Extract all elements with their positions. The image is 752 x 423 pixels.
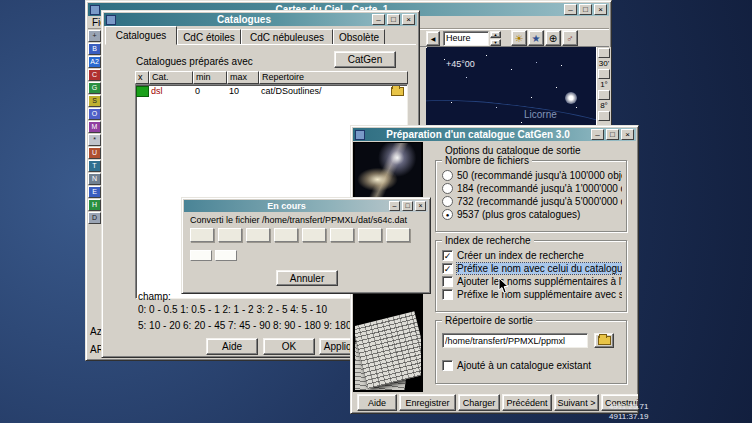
tab-cdc-nebuleuses[interactable]: CdC nébuleuses bbox=[241, 29, 333, 45]
spinner-up-icon[interactable]: ▲ bbox=[490, 31, 501, 38]
minimize-button[interactable]: – bbox=[372, 14, 385, 25]
active-indicator[interactable] bbox=[136, 86, 149, 97]
tab-catalogues[interactable]: Catalogues bbox=[105, 26, 177, 45]
sun-icon[interactable]: ☀ bbox=[511, 30, 527, 46]
fov-button-2[interactable] bbox=[598, 69, 610, 79]
minimize-button[interactable]: – bbox=[389, 201, 400, 211]
close-button[interactable]: × bbox=[621, 129, 634, 140]
browse-folder-button[interactable] bbox=[594, 333, 614, 348]
paper-sheet bbox=[355, 311, 421, 389]
catgen-button[interactable]: CatGen bbox=[334, 51, 396, 68]
time-combobox[interactable]: Heure bbox=[443, 31, 489, 46]
checkbox-icon bbox=[442, 360, 453, 371]
declination-label: +45°00 bbox=[446, 59, 475, 69]
left-toolbar-icon-5[interactable]: S bbox=[88, 95, 101, 107]
next-button[interactable]: Suivant > bbox=[554, 394, 599, 411]
col-header-cat[interactable]: Cat. bbox=[149, 71, 193, 84]
field-icon[interactable]: ⊕ bbox=[545, 30, 561, 46]
fov-button-4[interactable] bbox=[598, 111, 610, 121]
col-header-max[interactable]: max bbox=[227, 71, 259, 84]
progress-titlebar[interactable]: En cours – □ × bbox=[184, 200, 428, 212]
folder-icon bbox=[598, 336, 611, 345]
output-group: Répertoire de sortie Ajouté à un catalog… bbox=[435, 320, 627, 384]
left-toolbar-icon-4[interactable]: G bbox=[88, 82, 101, 94]
close-button[interactable]: × bbox=[594, 4, 607, 15]
table-row[interactable]: dsl 0 10 cat/DSoutlines/ bbox=[136, 85, 407, 97]
cell-max: 10 bbox=[227, 86, 259, 96]
output-path-input[interactable] bbox=[442, 333, 588, 348]
left-toolbar-icon-3[interactable]: C bbox=[88, 69, 101, 81]
checkbox-prefix-extra-label[interactable]: Préfixe le nom supplémentaire avec son l… bbox=[442, 288, 622, 301]
fov-button-1[interactable] bbox=[598, 48, 610, 58]
radio-option-184[interactable]: 184 (recommandé jusqu'à 1'000'000 obje bbox=[442, 182, 622, 195]
progress-segment-filled bbox=[190, 250, 212, 261]
radio-icon bbox=[442, 183, 453, 194]
catalogues-titlebar[interactable]: Catalogues – □ × bbox=[104, 13, 417, 26]
progress-segment bbox=[386, 228, 410, 242]
progress-segment-filled bbox=[215, 250, 237, 261]
checkbox-add-extra-names[interactable]: Ajouter les noms supplémentaires à l'ind… bbox=[442, 275, 622, 288]
save-button[interactable]: Enregistrer bbox=[399, 394, 456, 411]
maximize-button[interactable]: □ bbox=[606, 129, 619, 140]
catgen-titlebar[interactable]: Préparation d'un catalogue CatGen 3.0 – … bbox=[353, 128, 636, 141]
folder-icon[interactable] bbox=[391, 87, 404, 96]
checkbox-icon: ✓ bbox=[442, 250, 453, 261]
maximize-button[interactable]: □ bbox=[402, 201, 413, 211]
checkbox-append-existing[interactable]: Ajouté à un catalogue existant bbox=[442, 359, 622, 372]
col-header-min[interactable]: min bbox=[193, 71, 227, 84]
checkbox-create-index[interactable]: ✓ Créer un index de recherche bbox=[442, 249, 622, 262]
left-toolbar-icon-2[interactable]: A2 bbox=[88, 56, 101, 68]
progress-segment bbox=[302, 228, 326, 242]
prev-arrow-button[interactable]: ◀ bbox=[426, 31, 440, 46]
left-toolbar-icon-7[interactable]: M bbox=[88, 121, 101, 133]
left-toolbar-icon-12[interactable]: E bbox=[88, 186, 101, 198]
left-toolbar-icon-1[interactable]: B bbox=[88, 43, 101, 55]
left-toolbar-icon-6[interactable]: O bbox=[88, 108, 101, 120]
maximize-button[interactable]: □ bbox=[387, 14, 400, 25]
radio-label: 9537 (plus gros catalogues) bbox=[457, 209, 580, 220]
corner-line-1: 4911:25.71 bbox=[609, 402, 648, 412]
fov-button-3[interactable] bbox=[598, 90, 610, 100]
progress-segment bbox=[358, 228, 382, 242]
progress-segment bbox=[274, 228, 298, 242]
minimize-button[interactable]: – bbox=[564, 4, 577, 15]
star-icon[interactable]: ★ bbox=[528, 30, 544, 46]
left-toolbar-icon-14[interactable]: D bbox=[88, 212, 101, 224]
desktop-corner-readout: 4911:25.71 4911:37.19 bbox=[609, 402, 648, 422]
left-toolbar-icon-10[interactable]: T bbox=[88, 160, 101, 172]
mouse-cursor bbox=[498, 277, 510, 295]
left-toolbar-icon-9[interactable]: U bbox=[88, 147, 101, 159]
radio-option-9537[interactable]: ● 9537 (plus gros catalogues) bbox=[442, 208, 622, 221]
left-toolbar-icon-13[interactable]: H bbox=[88, 199, 101, 211]
help-button[interactable]: Aide bbox=[206, 338, 258, 355]
radio-option-732[interactable]: 732 (recommandé jusqu'à 5'000'000 obje bbox=[442, 195, 622, 208]
tab-obsolete[interactable]: Obsolète bbox=[333, 29, 385, 45]
minimize-button[interactable]: – bbox=[591, 129, 604, 140]
progress-window: En cours – □ × Converti le fichier /home… bbox=[181, 197, 431, 294]
load-button[interactable]: Charger bbox=[458, 394, 500, 411]
close-button[interactable]: × bbox=[402, 14, 415, 25]
files-group-title: Nombre de fichiers bbox=[442, 155, 532, 166]
checkbox-icon bbox=[442, 276, 453, 287]
radio-icon bbox=[442, 170, 453, 181]
col-header-x[interactable]: x bbox=[135, 71, 149, 84]
progress-title: En cours bbox=[186, 201, 387, 211]
col-header-repertoire[interactable]: Repertoire bbox=[259, 71, 408, 84]
left-toolbar-icon-8[interactable]: * bbox=[88, 134, 101, 146]
left-toolbar-icon-11[interactable]: N bbox=[88, 173, 101, 185]
previous-button[interactable]: Précédent bbox=[502, 394, 552, 411]
help-button[interactable]: Aide bbox=[357, 394, 397, 411]
radio-option-50[interactable]: 50 (recommandé jusqu'à 100'000 objets bbox=[442, 169, 622, 182]
spinner-down-icon[interactable]: ▼ bbox=[490, 39, 501, 46]
tab-cdc-etoiles[interactable]: CdC étoiles bbox=[177, 29, 241, 45]
maximize-button[interactable]: □ bbox=[579, 4, 592, 15]
left-toolbar-icon-0[interactable]: + bbox=[88, 30, 101, 42]
planet-icon[interactable]: ♂ bbox=[562, 30, 578, 46]
ok-button[interactable]: OK bbox=[263, 338, 315, 355]
fov-label-1deg: 1° bbox=[597, 80, 611, 89]
cancel-button[interactable]: Annuler bbox=[276, 270, 338, 286]
progress-segment bbox=[330, 228, 354, 242]
close-button[interactable]: × bbox=[415, 201, 426, 211]
checkbox-label: Ajouté à un catalogue existant bbox=[457, 360, 591, 371]
checkbox-prefix-catalog-name[interactable]: ✓ Préfixe le nom avec celui du catalogue bbox=[442, 262, 622, 275]
